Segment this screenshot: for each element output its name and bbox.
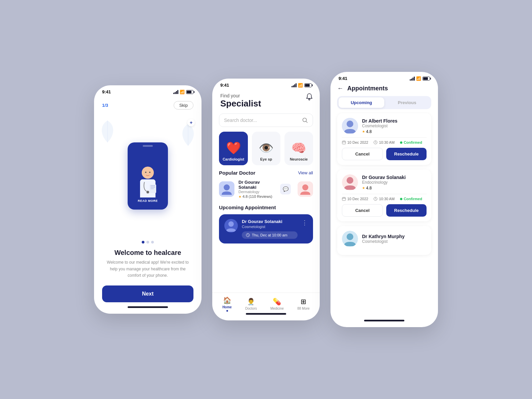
plus-badge: + xyxy=(187,119,195,126)
leaf-right-icon xyxy=(178,122,198,149)
doctor-name-1: Dr Gourav Solanaki xyxy=(238,180,276,190)
status-icons-1: 📶 xyxy=(173,90,193,94)
time-item-2: 10:30 AM xyxy=(373,197,394,201)
wifi-icon-1: 📶 xyxy=(180,90,185,94)
svg-point-6 xyxy=(149,172,150,173)
read-more-badge: READ MORE xyxy=(133,197,163,204)
reschedule-btn-2[interactable]: Reschedule xyxy=(386,204,427,217)
upcoming-section-header: Upcoming Appointment xyxy=(212,201,320,212)
appt-doctor-specialty: Cosmetologist xyxy=(242,225,298,229)
svg-point-4 xyxy=(142,167,154,179)
signal-bars-1 xyxy=(173,90,178,94)
svg-rect-11 xyxy=(150,188,154,189)
doctor-card-1[interactable]: Dr Gourav Solanaki Dermatology ★ 4.8 (11… xyxy=(212,177,320,201)
appt-details-1: 10 Dec 2022 10:30 AM Confirmed xyxy=(342,137,427,144)
rating-a2: 4.8 xyxy=(366,186,372,190)
rating-value-1: 4.8 xyxy=(242,194,248,198)
doctor-rating-1: ★ 4.8 (110 Reviews) xyxy=(238,194,276,198)
time-1: 9:41 xyxy=(102,89,111,94)
reschedule-btn-1[interactable]: Reschedule xyxy=(386,148,427,160)
appt-name-3: Dr Kathryn Murphy xyxy=(362,234,405,239)
find-your-label: Find your xyxy=(220,93,312,98)
appt-avatar-3 xyxy=(342,231,358,247)
search-icon xyxy=(302,117,308,123)
specialist-title: Specialist xyxy=(220,98,312,109)
category-cardiologist[interactable]: ❤️ Cardiologist xyxy=(219,132,248,165)
phone-specialist: 9:41 📶 Find your Specialist xyxy=(212,79,320,320)
appt-actions-1: Cancel Reschedule xyxy=(342,148,427,160)
back-button[interactable]: ← xyxy=(337,85,343,92)
time-text-1: 10:30 AM xyxy=(379,140,394,144)
appt-doc-row-1: Dr Albert Flores Cosmetologist ★ 4.8 xyxy=(342,118,427,134)
appt-avatar-1 xyxy=(342,118,358,134)
doctors-icon: 👨‍⚕️ xyxy=(247,298,255,306)
next-button[interactable]: Next xyxy=(102,285,193,302)
cancel-btn-2[interactable]: Cancel xyxy=(342,204,383,217)
nav-label-home: Home xyxy=(222,305,232,309)
date-item-2: 10 Dec 2022 xyxy=(342,197,368,201)
svg-rect-10 xyxy=(150,187,155,188)
specialist-header: Find your Specialist xyxy=(212,90,320,110)
dot-3 xyxy=(151,241,154,243)
category-label-3: Neuroscie xyxy=(290,157,308,161)
home-bar-3 xyxy=(364,320,404,321)
appt-doc-row-3: Dr Kathryn Murphy Cosmetologist xyxy=(342,231,427,247)
category-eye[interactable]: 👁️ Eye sp xyxy=(252,132,280,165)
appt-doc-row-2: Dr Gourav Solanaki Endocrinology ★ 4.8 xyxy=(342,174,427,190)
calendar-icon-2 xyxy=(342,197,346,201)
search-bar[interactable]: Search doctor... xyxy=(219,114,313,127)
doctor-avatar-1 xyxy=(219,181,234,197)
view-all-button[interactable]: View all xyxy=(298,170,313,175)
upcoming-section-title: Upcoming Appointment xyxy=(219,205,276,210)
status-bar-2: 9:41 📶 xyxy=(212,79,320,89)
svg-point-5 xyxy=(145,172,146,173)
chat-icon-1[interactable]: 💬 xyxy=(280,184,291,194)
appt-page-header: ← Appointments xyxy=(330,82,438,93)
nav-more[interactable]: ⊞ 88 More xyxy=(297,298,310,310)
nav-home[interactable]: 🏠 Home xyxy=(222,296,232,312)
category-label-1: Cardiologist xyxy=(223,157,244,161)
wifi-icon-3: 📶 xyxy=(416,76,421,81)
rating-reviews-1: (110 Reviews) xyxy=(249,194,272,198)
phone3-content: ← Appointments Upcoming Previous xyxy=(330,82,438,324)
appt-avatar xyxy=(224,219,238,232)
star-icon-1: ★ xyxy=(238,195,241,198)
battery-1 xyxy=(186,90,193,94)
illustration-area: READ MORE + xyxy=(94,112,202,239)
nav-medicine[interactable]: 💊 Medicine xyxy=(270,298,284,310)
appointment-list: Dr Albert Flores Cosmetologist ★ 4.8 xyxy=(330,112,438,317)
cancel-btn-1[interactable]: Cancel xyxy=(342,148,383,160)
nav-doctors[interactable]: 👨‍⚕️ Doctors xyxy=(245,298,257,310)
tab-previous[interactable]: Previous xyxy=(384,97,430,108)
onboard-text: Welcome to healcare Welcome to our medic… xyxy=(94,246,202,281)
clock-icon-a1 xyxy=(373,140,378,144)
status-item-2: Confirmed xyxy=(400,197,422,201)
appointment-card[interactable]: Dr Gourav Solanaki Cosmetologist Thu, De… xyxy=(219,214,313,243)
time-item-1: 10:30 AM xyxy=(373,140,394,144)
status-item-1: Confirmed xyxy=(400,140,422,144)
doctor-specialty-1: Dermatology xyxy=(238,190,276,194)
signal-bars-3 xyxy=(410,77,415,81)
appt-rating-2: ★ 4.8 xyxy=(362,186,406,190)
tab-upcoming[interactable]: Upcoming xyxy=(339,97,384,108)
bell-icon[interactable] xyxy=(306,93,313,102)
popular-section-header: Popular Doctor View all xyxy=(212,167,320,177)
three-dots-icon[interactable]: ⋮ xyxy=(302,219,308,226)
onboard-header: 1/3 Skip xyxy=(94,98,202,112)
status-text-1: Confirmed xyxy=(404,140,422,144)
svg-rect-27 xyxy=(342,197,346,201)
onboard-title: Welcome to healcare xyxy=(103,249,192,257)
page-indicator: 1/3 xyxy=(102,103,108,108)
appt-spec-1: Cosmetologist xyxy=(362,124,397,128)
dots-row xyxy=(94,239,202,246)
clock-icon xyxy=(246,233,250,237)
appointment-item-1: Dr Albert Flores Cosmetologist ★ 4.8 xyxy=(337,113,431,165)
rating-a1: 4.8 xyxy=(366,129,372,134)
category-neuro[interactable]: 🧠 Neuroscie xyxy=(284,132,313,165)
status-bar-1: 9:41 📶 xyxy=(94,85,202,96)
signal-bars-2 xyxy=(292,83,297,87)
doctor-card-partial xyxy=(298,181,313,197)
more-icon: ⊞ xyxy=(301,298,306,306)
svg-point-15 xyxy=(224,184,230,190)
skip-button[interactable]: Skip xyxy=(174,101,193,109)
